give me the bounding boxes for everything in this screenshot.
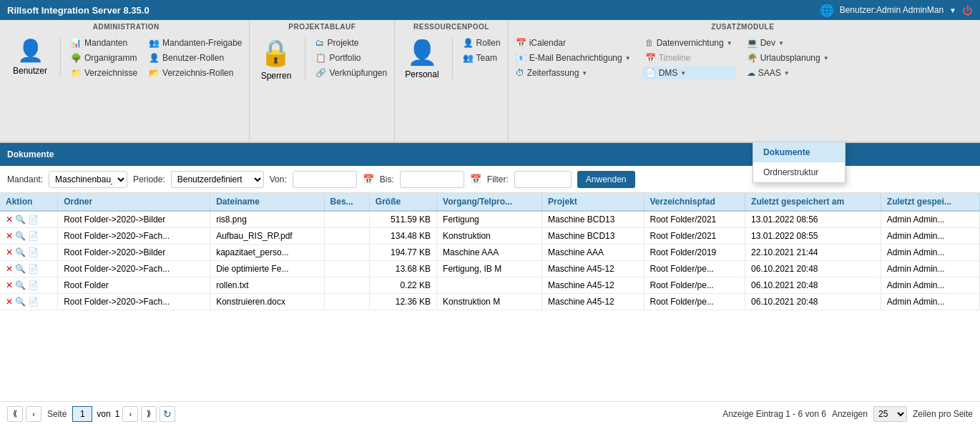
datenvernichtung-chevron: ▼ (727, 40, 732, 46)
benutzer-rollen-button[interactable]: 👤 Benutzer-Rollen (146, 51, 245, 64)
search-icon[interactable]: 🔍 (15, 215, 26, 225)
delete-icon[interactable]: ✕ (6, 231, 13, 241)
file-icon[interactable]: 📄 (28, 247, 39, 257)
refresh-button[interactable]: ↻ (160, 406, 175, 422)
rollen-icon: 👤 (463, 38, 474, 48)
search-icon[interactable]: 🔍 (15, 297, 26, 307)
mandanten-freigabe-button[interactable]: 👥 Mandanten-Freigabe (146, 36, 245, 49)
von-calendar-icon[interactable]: 📅 (363, 174, 374, 184)
icalendar-icon: 📅 (516, 38, 526, 48)
organigramm-button[interactable]: 🌳 Organigramm (68, 51, 140, 64)
ribbon-section-projektablauf: PROJEKTABLAUF 🔒 Sperren 🗂 Projekte 📋 Por… (250, 20, 395, 142)
email-label: E-Mail Benachrichtigung (529, 53, 622, 63)
mandanten-freigabe-icon: 👥 (149, 38, 160, 48)
bis-calendar-icon[interactable]: 📅 (470, 174, 481, 184)
verzeichnis-rollen-button[interactable]: 📂 Verzeichnis-Rollen (146, 66, 245, 79)
timeline-button[interactable]: 📅 Timeline (642, 51, 735, 64)
cell-vorgang: Fertigung, IB M (437, 261, 542, 277)
search-icon[interactable]: 🔍 (15, 231, 26, 241)
file-icon[interactable]: 📄 (28, 231, 39, 241)
cell-bes (324, 211, 369, 228)
prev-page-button[interactable]: ‹ (26, 406, 41, 422)
cell-dateiname: Konstruieren.docx (210, 294, 324, 310)
datenvernichtung-button[interactable]: 🗑 Datenvernichtung ▼ (642, 36, 735, 49)
col-projekt: Projekt (542, 193, 644, 211)
mandant-select[interactable]: Maschinenbau_ (49, 171, 127, 188)
verknuepfungen-button[interactable]: 🔗 Verknüpfungen (313, 66, 390, 79)
benutzer-rollen-label: Benutzer-Rollen (162, 53, 224, 63)
power-icon[interactable]: ⏻ (962, 4, 973, 16)
seite-label: Seite (44, 409, 69, 419)
portfolio-button[interactable]: 📋 Portfolio (313, 51, 390, 64)
search-icon[interactable]: 🔍 (15, 280, 26, 290)
zeiterfassung-button[interactable]: ⏱ Zeiterfassung ▼ (513, 66, 634, 79)
organigramm-label: Organigramm (84, 53, 137, 63)
table-row: ✕ 🔍 📄 Root Folder->2020->Bilder ris8.png… (0, 211, 980, 228)
next-page-button[interactable]: › (122, 406, 138, 422)
table-row: ✕ 🔍 📄 Root Folder->2020->Fach... Konstru… (0, 294, 980, 310)
file-icon[interactable]: 📄 (28, 280, 39, 290)
col-bes: Bes... (324, 193, 369, 211)
dms-dropdown: Dokumente Ordnerstruktur (753, 142, 846, 183)
file-icon[interactable]: 📄 (28, 264, 39, 274)
file-icon[interactable]: 📄 (28, 215, 39, 225)
zusatz-col1: 📅 iCalendar 📧 E-Mail Benachrichtigung ▼ … (513, 35, 634, 79)
per-page-select[interactable]: 10 25 50 100 (873, 406, 907, 422)
cell-dateiname: Aufbau_RIS_RP.pdf (210, 228, 324, 245)
search-icon[interactable]: 🔍 (15, 247, 26, 257)
dms-button[interactable]: 📄 DMS ▼ (642, 66, 735, 79)
cell-dateiname: Die optimierte Fe... (210, 261, 324, 277)
delete-icon[interactable]: ✕ (6, 215, 13, 225)
dms-dropdown-dokumente[interactable]: Dokumente (753, 142, 845, 162)
user-avatar-icon: 👤 (17, 38, 44, 63)
bis-input[interactable] (400, 171, 464, 188)
file-icon[interactable]: 📄 (28, 297, 39, 307)
cell-aktion: ✕ 🔍 📄 (0, 294, 58, 310)
email-chevron: ▼ (625, 55, 631, 61)
delete-icon[interactable]: ✕ (6, 297, 13, 307)
delete-icon[interactable]: ✕ (6, 247, 13, 257)
icalendar-button[interactable]: 📅 iCalendar (513, 36, 634, 49)
delete-icon[interactable]: ✕ (6, 280, 13, 290)
periode-select[interactable]: Benutzerdefiniert Heute Diese Woche Dies… (171, 171, 264, 188)
verknuepfungen-label: Verknüpfungen (329, 68, 387, 78)
last-page-button[interactable]: ⟫ (141, 406, 157, 422)
documents-table: Aktion Ordner Dateiname Bes... Größe Vor… (0, 193, 980, 310)
chevron-down-icon[interactable]: ▼ (949, 6, 956, 14)
dms-dropdown-ordnerstruktur[interactable]: Ordnerstruktur (753, 162, 845, 182)
top-bar-right: 🌐 Benutzer:Admin AdminMan ▼ ⏻ (820, 4, 973, 17)
search-icon[interactable]: 🔍 (15, 264, 26, 274)
ribbon-section-ressourcenpool: RESSOURCENPOOL 👤 Personal 👤 Rollen 👥 Tea… (395, 20, 508, 142)
von-input[interactable] (293, 171, 357, 188)
team-button[interactable]: 👥 Team (460, 51, 504, 64)
user-label: Benutzer:Admin AdminMan (840, 5, 944, 15)
cell-ordner: Root Folder (58, 277, 210, 294)
team-icon: 👥 (463, 53, 474, 63)
saas-button[interactable]: ☁ SAAS ▼ (744, 66, 832, 79)
filter-input[interactable] (514, 171, 572, 188)
email-button[interactable]: 📧 E-Mail Benachrichtigung ▼ (513, 51, 634, 64)
mandanten-button[interactable]: 📊 Mandanten (68, 36, 140, 49)
projekte-button[interactable]: 🗂 Projekte (313, 36, 390, 49)
first-page-button[interactable]: ⟪ (7, 406, 23, 422)
cell-projekt: Maschine A45-12 (542, 261, 644, 277)
zeiterfassung-icon: ⏱ (516, 68, 524, 78)
personal-icon: 👤 (407, 38, 437, 66)
cell-ordner: Root Folder->2020->Fach... (58, 228, 210, 245)
apply-button[interactable]: Anwenden (577, 171, 635, 188)
delete-icon[interactable]: ✕ (6, 264, 13, 274)
benutzer-button[interactable]: 👤 Benutzer (7, 35, 53, 79)
mandanten-icon: 📊 (71, 38, 82, 48)
sperren-button[interactable]: 🔒 Sperren (254, 35, 298, 84)
rollen-button[interactable]: 👤 Rollen (460, 36, 504, 49)
current-page-input[interactable] (72, 406, 92, 422)
cell-grosse: 134.48 KB (369, 228, 436, 245)
verzeichnisse-button[interactable]: 📁 Verzeichnisse (68, 66, 140, 79)
zeiterfassung-label: Zeiterfassung (527, 68, 579, 78)
saas-icon: ☁ (747, 68, 755, 78)
urlaubsplanung-button[interactable]: 🌴 Urlaubsplanung ▼ (744, 51, 832, 64)
personal-button[interactable]: 👤 Personal (399, 35, 444, 82)
cell-bes (324, 261, 369, 277)
personal-label: Personal (405, 69, 438, 79)
dev-button[interactable]: 💻 Dev ▼ (744, 36, 832, 49)
